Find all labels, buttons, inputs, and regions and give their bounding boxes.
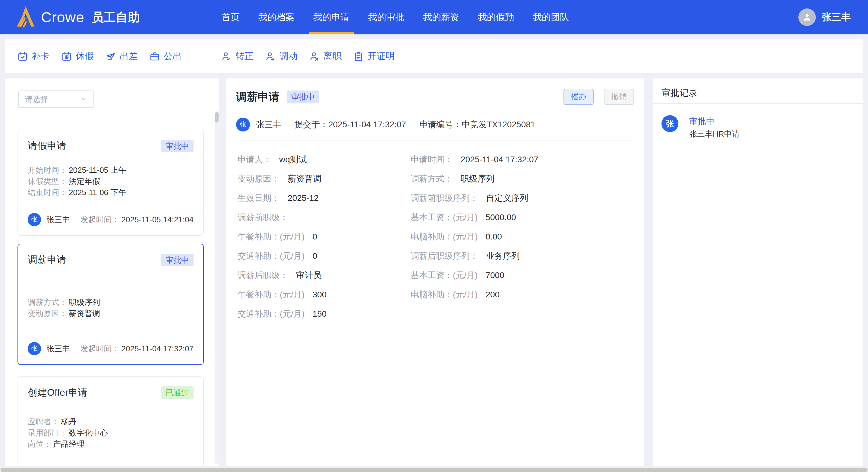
top-header: Crowe 员工自助 首页 我的档案 我的申请 我的审批 我的薪资 我的假勤 我… [0, 0, 868, 34]
field-label: 调薪后职级序列： [411, 250, 478, 262]
business-trip-icon [105, 51, 116, 62]
field-label: 休假类型： [28, 176, 67, 187]
filter-select-placeholder: 请选择 [25, 94, 48, 105]
status-badge: 审批中 [161, 140, 193, 153]
quick-actions-toolbar: 补卡 休假 出差 公出 [5, 39, 863, 73]
action-label: 离职 [323, 50, 342, 62]
crowe-logo-icon [16, 5, 36, 29]
action-transfer[interactable]: 调动 [265, 50, 298, 62]
horizontal-scrollbar-track [0, 468, 868, 472]
action-label: 转正 [236, 50, 253, 62]
nav-my-team[interactable]: 我的团队 [533, 0, 569, 34]
action-leave[interactable]: 休假 [61, 50, 94, 62]
field-label: 基本工资：(元/月) [411, 212, 477, 223]
field-value: 职级序列 [69, 297, 100, 307]
field-label: 电脑补助：(元/月) [411, 231, 477, 242]
certificate-icon [353, 51, 364, 62]
field-value: 产品经理 [53, 439, 85, 449]
application-detail-panel: 调薪申请 审批中 催办 撤销 张 张三丰 提交于：2025-11-04 17:3… [226, 79, 644, 466]
field-label: 交通补助：(元/月) [238, 250, 305, 262]
action-certificate[interactable]: 开证明 [353, 50, 395, 62]
submitter-name: 张三丰 [256, 119, 281, 130]
field-value: 薪资普调 [69, 308, 100, 319]
action-confirmation[interactable]: 转正 [221, 50, 253, 62]
status-badge: 已通过 [161, 386, 193, 399]
approval-record-item: 张 审批中 张三丰HR申请 [661, 115, 857, 140]
urge-button[interactable]: 催办 [563, 89, 594, 105]
field-value: 审计员 [296, 270, 321, 281]
calendar-check-icon [17, 51, 28, 62]
action-official-out[interactable]: 公出 [149, 50, 182, 62]
field-label: 交通补助：(元/月) [238, 308, 305, 320]
filter-select[interactable]: 请选择 [18, 90, 94, 108]
user-avatar-icon [798, 8, 816, 26]
field-value: 2025-11-06 下午 [69, 187, 126, 198]
nav-my-salary[interactable]: 我的薪资 [423, 0, 459, 34]
nav-my-profile[interactable]: 我的档案 [258, 0, 294, 34]
divider [653, 103, 863, 104]
field-label: 基本工资：(元/月) [411, 270, 477, 281]
applicant-name: 张三丰 [46, 214, 70, 225]
application-card-offer[interactable]: 创建Offer申请 已通过 应聘者：杨丹 录用部门：数字化中心 岗位：产品经理 [18, 376, 204, 466]
field-value: 0 [312, 251, 317, 261]
status-badge: 审批中 [161, 254, 193, 267]
nav-my-applications[interactable]: 我的申请 [313, 0, 349, 34]
initiate-time-label: 发起时间： [81, 215, 120, 224]
main-nav: 首页 我的档案 我的申请 我的审批 我的薪资 我的假勤 我的团队 [222, 0, 569, 34]
field-value: 职级序列 [461, 173, 494, 184]
field-label: 生效日期： [238, 193, 280, 204]
action-card-replacement[interactable]: 补卡 [17, 50, 50, 62]
withdraw-button[interactable]: 撤销 [604, 89, 634, 105]
field-value: 数字化中心 [69, 427, 108, 438]
nav-home[interactable]: 首页 [222, 0, 240, 34]
card-title: 调薪申请 [28, 253, 66, 267]
page: Crowe 员工自助 首页 我的档案 我的申请 我的审批 我的薪资 我的假勤 我… [0, 0, 868, 472]
application-card-salary-adjust[interactable]: 调薪申请 审批中 调薪方式：职级序列 变动原因：薪资普调 张 张三丰 发起时间：… [18, 244, 204, 365]
field-value: 2025-12 [288, 193, 319, 203]
user-name: 张三丰 [822, 10, 851, 24]
field-value: 0.00 [486, 232, 502, 242]
card-title: 请假申请 [28, 139, 66, 153]
field-value: 7000 [486, 270, 504, 280]
field-value: 薪资普调 [288, 173, 321, 184]
nav-my-approvals[interactable]: 我的审批 [368, 0, 404, 34]
field-value: 2025-11-05 上午 [69, 165, 126, 176]
field-label: 变动原因： [238, 173, 280, 184]
approval-status: 审批中 [689, 115, 740, 128]
sidebar-scrollbar-thumb[interactable] [215, 112, 219, 122]
sidebar-scrollbar-track [215, 111, 219, 464]
chevron-down-icon [80, 95, 87, 104]
calendar-rest-icon [61, 51, 72, 62]
application-number: 中竞发TX12025081 [462, 120, 535, 129]
horizontal-scrollbar-thumb[interactable] [1, 468, 867, 472]
initiate-time: 2025-11-05 14:21:04 [122, 215, 194, 224]
user-leave-icon [309, 51, 320, 62]
user-transfer-icon [265, 51, 276, 62]
application-list-panel: 请选择 请假申请 审批中 开始时间：2025-11-05 上午 休假类型：法定年… [5, 79, 219, 466]
user-menu[interactable]: 张三丰 [798, 0, 851, 34]
field-label: 岗位： [28, 439, 51, 449]
action-label: 开证明 [368, 50, 395, 62]
action-resignation[interactable]: 离职 [309, 50, 342, 62]
field-label: 调薪方式： [28, 297, 67, 307]
divider [236, 141, 634, 141]
app-title: 员工自助 [92, 9, 140, 26]
field-label: 申请时间： [411, 154, 453, 165]
field-value: 2025-11-04 17:32:07 [461, 155, 538, 165]
field-value: 杨丹 [61, 416, 76, 427]
field-label: 午餐补助：(元/月) [238, 231, 305, 242]
action-business-trip[interactable]: 出差 [105, 50, 138, 62]
approval-desc: 张三丰HR申请 [689, 128, 740, 140]
nav-my-attendance[interactable]: 我的假勤 [478, 0, 514, 34]
field-value: 法定年假 [69, 176, 100, 187]
card-title: 创建Offer申请 [28, 386, 88, 399]
action-label: 休假 [76, 50, 94, 62]
field-value: 150 [312, 309, 327, 319]
avatar: 张 [661, 115, 678, 132]
field-value: 业务序列 [486, 250, 520, 262]
field-label: 应聘者： [28, 416, 59, 427]
initiate-time-label: 发起时间： [81, 344, 120, 353]
field-value: 0 [312, 232, 317, 242]
application-card-leave[interactable]: 请假申请 审批中 开始时间：2025-11-05 上午 休假类型：法定年假 结束… [18, 130, 204, 236]
avatar: 张 [28, 342, 41, 355]
